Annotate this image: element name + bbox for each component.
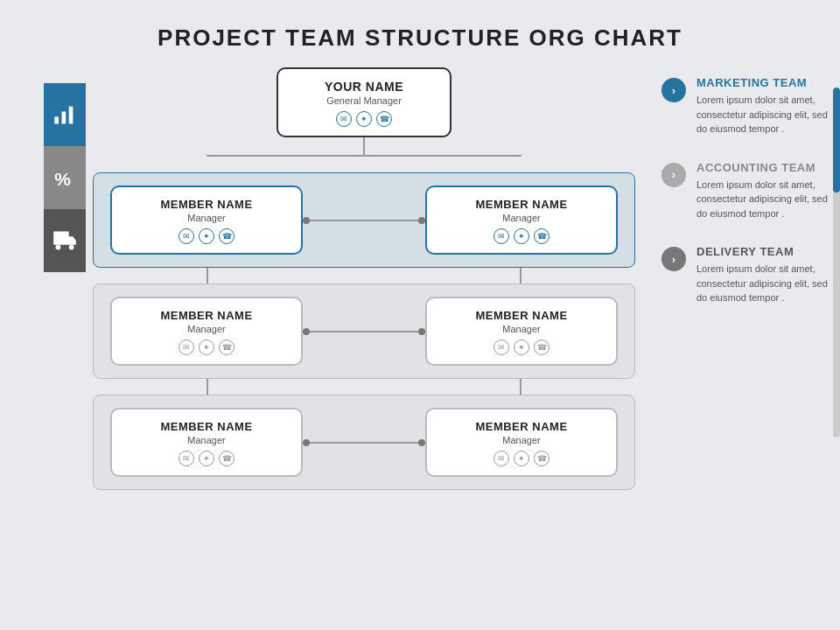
marketing-text: MARKETING TEAM Lorem ipsum dolor sit ame… <box>696 76 840 136</box>
delivery-text: DELIVERY TEAM Lorem ipsum dolor sit amet… <box>696 245 840 305</box>
sidebar-icon-truck <box>44 209 86 272</box>
row1-right-node: MEMBER NAME Manager ✉ ✦ ☎ <box>425 186 618 255</box>
vert-line-left <box>206 268 208 284</box>
row2-right-icons: ✉ ✦ ☎ <box>436 340 607 355</box>
row2-left-node: MEMBER NAME Manager ✉ ✦ ☎ <box>110 297 303 366</box>
row2-h-connector <box>303 331 425 332</box>
twitter-icon: ✦ <box>199 340 214 355</box>
svg-rect-1 <box>62 112 66 124</box>
phone-icon: ☎ <box>376 111 392 127</box>
sidebar-icon-chart <box>44 83 86 146</box>
row3-right-node: MEMBER NAME Manager ✉ ✦ ☎ <box>425 408 618 477</box>
phone-icon: ☎ <box>219 228 234 244</box>
email-icon: ✉ <box>336 111 352 127</box>
team-accounting: › ACCOUNTING TEAM Lorem ipsum dolor sit … <box>662 161 840 221</box>
row2-right-node: MEMBER NAME Manager ✉ ✦ ☎ <box>425 297 618 366</box>
row3-h-connector <box>303 442 425 444</box>
twitter-icon: ✦ <box>199 451 214 466</box>
row-1: MEMBER NAME Manager ✉ ✦ ☎ MEMBER NAME Ma… <box>93 172 635 268</box>
row3-right-icons: ✉ ✦ ☎ <box>436 451 607 466</box>
chevron-accounting: › <box>662 163 686 187</box>
twitter-icon: ✦ <box>514 451 529 466</box>
svg-rect-0 <box>54 116 59 123</box>
email-icon: ✉ <box>494 228 509 244</box>
row-2-nodes: MEMBER NAME Manager ✉ ✦ ☎ MEMBER NAME Ma… <box>93 284 635 379</box>
phone-icon: ☎ <box>534 228 550 244</box>
row1-left-icons: ✉ ✦ ☎ <box>121 228 292 244</box>
team-marketing: › MARKETING TEAM Lorem ipsum dolor sit a… <box>662 76 840 136</box>
row2-left-icons: ✉ ✦ ☎ <box>121 340 292 355</box>
right-panel: › MARKETING TEAM Lorem ipsum dolor sit a… <box>635 67 840 490</box>
sidebar-icon-percent: % <box>44 146 86 209</box>
chevron-marketing: › <box>662 78 686 102</box>
chevron-delivery: › <box>662 247 686 271</box>
sidebar: % <box>44 83 86 490</box>
twitter-icon: ✦ <box>356 111 372 127</box>
scrollbar-thumb <box>833 88 840 192</box>
down-branch-container <box>206 157 522 172</box>
email-icon: ✉ <box>178 228 194 244</box>
twitter-icon: ✦ <box>514 228 529 244</box>
h-branch <box>206 155 522 157</box>
vert-line-right-2 <box>520 379 522 395</box>
svg-point-4 <box>56 245 61 250</box>
row-1-nodes: MEMBER NAME Manager ✉ ✦ ☎ MEMBER NAME Ma… <box>93 172 635 268</box>
vert-line-right <box>520 268 522 284</box>
email-icon: ✉ <box>178 451 194 466</box>
row1-h-connector <box>303 220 425 221</box>
scrollbar[interactable] <box>833 88 840 438</box>
phone-icon: ☎ <box>219 451 234 466</box>
branch-line-1 <box>363 137 365 155</box>
twitter-icon: ✦ <box>514 340 529 355</box>
email-icon: ✉ <box>494 340 509 355</box>
phone-icon: ☎ <box>219 340 234 355</box>
svg-point-5 <box>69 245 74 250</box>
twitter-icon: ✦ <box>199 228 214 244</box>
accounting-text: ACCOUNTING TEAM Lorem ipsum dolor sit am… <box>696 161 840 221</box>
phone-icon: ☎ <box>534 340 550 355</box>
dual-vert-2 <box>110 379 618 395</box>
team-delivery: › DELIVERY TEAM Lorem ipsum dolor sit am… <box>662 245 840 305</box>
row-3-nodes: MEMBER NAME Manager ✉ ✦ ☎ MEMBER NAME Ma… <box>93 395 635 490</box>
row-2: MEMBER NAME Manager ✉ ✦ ☎ MEMBER NAME Ma… <box>93 284 635 379</box>
phone-icon: ☎ <box>534 451 550 466</box>
page-title: PROJECT TEAM STRUCTURE ORG CHART <box>0 0 840 52</box>
top-node: YOUR NAME General Manager ✉ ✦ ☎ <box>276 67 452 137</box>
row3-left-icons: ✉ ✦ ☎ <box>121 451 292 466</box>
dual-vert-1 <box>110 268 618 284</box>
org-chart: YOUR NAME General Manager ✉ ✦ ☎ MEMBER N… <box>93 67 635 490</box>
top-node-icons: ✉ ✦ ☎ <box>287 111 441 127</box>
row1-right-icons: ✉ ✦ ☎ <box>436 228 607 244</box>
vert-line-left-2 <box>206 379 208 395</box>
email-icon: ✉ <box>178 340 194 355</box>
email-icon: ✉ <box>494 451 509 466</box>
svg-rect-2 <box>69 107 74 124</box>
svg-text:%: % <box>54 169 71 189</box>
row-3: MEMBER NAME Manager ✉ ✦ ☎ MEMBER NAME Ma… <box>93 395 635 490</box>
row1-left-node: MEMBER NAME Manager ✉ ✦ ☎ <box>110 186 303 255</box>
row3-left-node: MEMBER NAME Manager ✉ ✦ ☎ <box>110 408 303 477</box>
